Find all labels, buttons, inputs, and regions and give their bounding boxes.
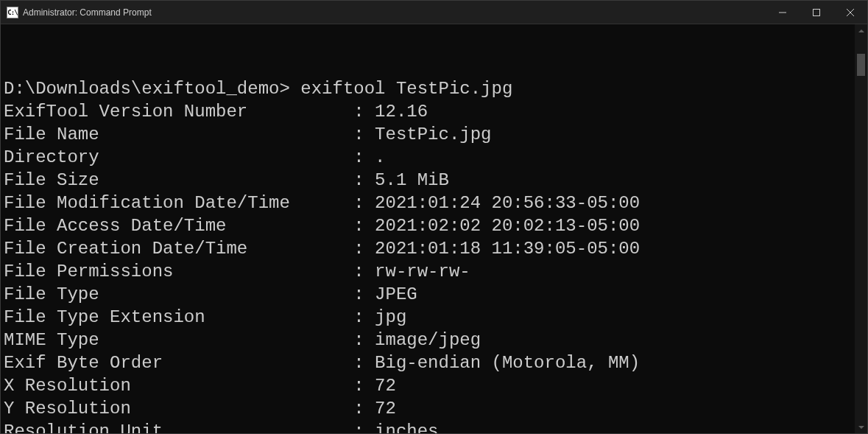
output-row: MIME Type: image/jpeg — [4, 329, 855, 351]
blank-line — [4, 55, 855, 77]
field-label: Resolution Unit — [4, 420, 353, 433]
prompt-line: D:\Downloads\exiftool_demo> exiftool Tes… — [4, 77, 855, 100]
minimize-button[interactable] — [766, 1, 800, 24]
output-row: Exif Byte Order: Big-endian (Motorola, M… — [4, 351, 855, 374]
field-separator: : — [353, 397, 375, 420]
maximize-button[interactable] — [800, 1, 833, 24]
field-separator: : — [353, 169, 375, 192]
field-value: TestPic.jpg — [375, 125, 491, 144]
field-separator: : — [353, 306, 375, 329]
field-value: jpg — [375, 307, 406, 327]
cmd-icon: C:\ — [7, 7, 18, 18]
output-row: ExifTool Version Number: 12.16 — [4, 100, 855, 123]
field-value: 2021:01:24 20:56:33-05:00 — [375, 193, 640, 213]
field-separator: : — [353, 260, 375, 283]
output-row: Y Resolution: 72 — [4, 397, 855, 420]
output-row: File Access Date/Time: 2021:02:02 20:02:… — [4, 214, 855, 237]
output-row: File Modification Date/Time: 2021:01:24 … — [4, 192, 855, 214]
field-value: 2021:01:18 11:39:05-05:00 — [375, 239, 640, 259]
field-label: File Permissions — [4, 260, 353, 283]
svg-rect-1 — [814, 9, 820, 15]
field-value: rw-rw-rw- — [375, 262, 470, 281]
field-value: image/jpeg — [375, 330, 481, 350]
output-row: Resolution Unit: inches — [4, 420, 855, 433]
field-value: 5.1 MiB — [375, 170, 449, 190]
close-icon — [847, 9, 854, 16]
scroll-down-arrow-icon[interactable] — [855, 421, 867, 433]
output-row: File Name: TestPic.jpg — [4, 123, 855, 146]
field-label: X Resolution — [4, 374, 353, 397]
output-rows: ExifTool Version Number: 12.16File Name:… — [4, 100, 855, 433]
field-separator: : — [353, 123, 375, 146]
content-area: D:\Downloads\exiftool_demo> exiftool Tes… — [1, 24, 867, 433]
field-separator: : — [353, 192, 375, 214]
field-value: 2021:02:02 20:02:13-05:00 — [375, 216, 640, 236]
vertical-scrollbar[interactable] — [855, 24, 867, 433]
close-button[interactable] — [833, 1, 867, 24]
svg-marker-5 — [858, 426, 864, 429]
field-value: Big-endian (Motorola, MM) — [375, 353, 640, 373]
window-controls — [766, 1, 867, 24]
field-separator: : — [353, 283, 375, 306]
field-value: 72 — [375, 376, 396, 396]
field-value: 72 — [375, 399, 396, 419]
prompt-command: exiftool TestPic.jpg — [300, 79, 512, 99]
command-prompt-window: C:\ Administrator: Command Prompt D:\Dow… — [0, 0, 868, 434]
field-label: Directory — [4, 146, 353, 169]
output-row: File Type: JPEG — [4, 283, 855, 306]
titlebar[interactable]: C:\ Administrator: Command Prompt — [1, 1, 867, 24]
output-row: File Size: 5.1 MiB — [4, 169, 855, 192]
field-label: Exif Byte Order — [4, 351, 353, 374]
field-label: File Type Extension — [4, 306, 353, 329]
field-value: JPEG — [375, 284, 417, 304]
field-separator: : — [353, 146, 375, 169]
field-separator: : — [353, 329, 375, 351]
field-label: Y Resolution — [4, 397, 353, 420]
field-label: File Access Date/Time — [4, 214, 353, 237]
window-title: Administrator: Command Prompt — [23, 7, 766, 18]
field-label: File Name — [4, 123, 353, 146]
terminal-output[interactable]: D:\Downloads\exiftool_demo> exiftool Tes… — [1, 24, 855, 433]
output-row: File Permissions: rw-rw-rw- — [4, 260, 855, 283]
minimize-icon — [779, 9, 786, 16]
output-row: File Type Extension: jpg — [4, 306, 855, 329]
prompt-path: D:\Downloads\exiftool_demo> — [4, 79, 290, 99]
field-label: MIME Type — [4, 329, 353, 351]
field-label: File Modification Date/Time — [4, 192, 353, 214]
output-row: X Resolution: 72 — [4, 374, 855, 397]
field-label: File Size — [4, 169, 353, 192]
field-separator: : — [353, 237, 375, 260]
field-label: ExifTool Version Number — [4, 100, 353, 123]
field-separator: : — [353, 420, 375, 433]
field-value: . — [375, 147, 385, 167]
field-label: File Creation Date/Time — [4, 237, 353, 260]
maximize-icon — [813, 9, 820, 16]
svg-marker-4 — [858, 29, 864, 32]
field-value: 12.16 — [375, 102, 428, 122]
field-value: inches — [375, 421, 438, 433]
scroll-thumb[interactable] — [857, 54, 865, 76]
field-separator: : — [353, 351, 375, 374]
output-row: Directory: . — [4, 146, 855, 169]
field-label: File Type — [4, 283, 353, 306]
field-separator: : — [353, 100, 375, 123]
field-separator: : — [353, 214, 375, 237]
output-row: File Creation Date/Time: 2021:01:18 11:3… — [4, 237, 855, 260]
field-separator: : — [353, 374, 375, 397]
scroll-up-arrow-icon[interactable] — [855, 24, 867, 37]
